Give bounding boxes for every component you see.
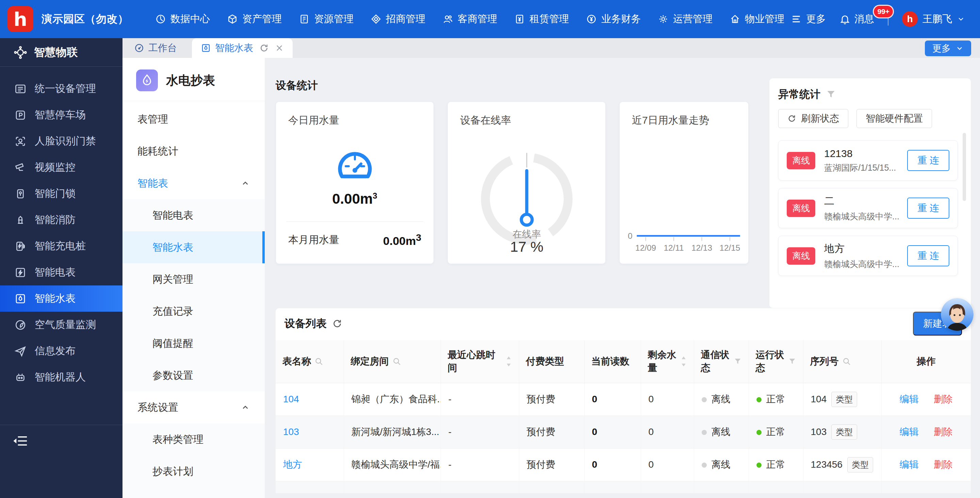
edit-link[interactable]: 编辑 — [900, 426, 919, 437]
menu-group-smart-meter[interactable]: 智能表 — [123, 167, 265, 199]
col-remaining-water[interactable]: 剩余水量 — [641, 340, 694, 383]
meter-name-link[interactable]: 地方 — [283, 459, 302, 470]
park-name: 演示园区（勿改） — [41, 12, 129, 26]
sidebar-item-air-quality[interactable]: 空气质量监测 — [0, 312, 123, 338]
filter-funnel-icon[interactable] — [826, 89, 836, 99]
menu-item-reading-plan[interactable]: 抄表计划 — [123, 455, 265, 487]
nav-item-lease-management[interactable]: 租赁管理 — [514, 12, 569, 26]
col-comm-status[interactable]: 通信状态 — [694, 340, 749, 383]
card-7day-usage-trend: 近7日用水量走势 0 12/09 12/11 12/13 — [619, 102, 749, 264]
col-run-status[interactable]: 运行状态 — [749, 340, 803, 383]
nav-item-resource-management[interactable]: 资源管理 — [299, 12, 353, 26]
edit-link[interactable]: 编辑 — [900, 459, 919, 470]
delete-link[interactable]: 删除 — [934, 426, 953, 437]
table-header-row: 表名称 绑定房间 最近心跳时间 付费类型 当前读数 剩余水量 通信状态 运行状态… — [275, 340, 971, 383]
nav-item-data-center[interactable]: 数据中心 — [155, 12, 210, 26]
refresh-list-icon[interactable] — [332, 319, 342, 329]
type-tag[interactable]: 类型 — [831, 425, 857, 440]
sidebar-item-video-monitor[interactable]: 视频监控 — [0, 154, 123, 180]
menu-item-meter-management[interactable]: 表管理 — [123, 103, 265, 135]
meter-name-link[interactable]: 103 — [283, 426, 299, 437]
edit-link[interactable]: 编辑 — [900, 394, 919, 404]
sidebar-item-label: 智能消防 — [35, 213, 76, 227]
delete-link[interactable]: 删除 — [934, 459, 953, 470]
sidebar-item-charging-pile[interactable]: 智能充电桩 — [0, 233, 123, 259]
smart-hardware-config-button[interactable]: 智能硬件配置 — [856, 109, 932, 128]
sidebar-item-smart-water-meter[interactable]: 智能水表 — [0, 286, 123, 312]
menu-item-meter-type-management[interactable]: 表种类管理 — [123, 423, 265, 455]
menu-item-smart-water-meter[interactable]: 智能水表 — [123, 231, 265, 263]
menu-item-recharge-records[interactable]: 充值记录 — [123, 295, 265, 327]
more-menu[interactable]: 更多 — [791, 12, 826, 26]
menu-group-system-settings[interactable]: 系统设置 — [123, 391, 265, 423]
nav-item-asset-management[interactable]: 资产管理 — [227, 12, 282, 26]
device-list-title: 设备列表 — [285, 316, 327, 331]
table-row: 地方 赣榆城头高级中学/福... - 预付费 0 0 离线 正常 123456类… — [275, 448, 971, 481]
delete-link[interactable]: 删除 — [934, 394, 953, 404]
sidebar-item-label: 智慧停车场 — [35, 108, 86, 122]
col-last-heartbeat[interactable]: 最近心跳时间 — [441, 340, 519, 383]
refresh-status-label: 刷新状态 — [801, 112, 839, 125]
online-rate-gauge: 在线率 17 % — [453, 132, 600, 259]
menu-item-energy-stats[interactable]: 能耗统计 — [123, 135, 265, 167]
sidebar-title: 智慧物联 — [34, 45, 78, 60]
search-icon[interactable] — [842, 357, 851, 366]
sidebar-item-info-publish[interactable]: 信息发布 — [0, 338, 123, 364]
meter-name-link[interactable]: 104 — [283, 394, 299, 404]
more-label: 更多 — [806, 12, 826, 26]
menu-item-threshold-alert[interactable]: 阈值提醒 — [123, 327, 265, 359]
user-menu[interactable]: h 王鹏飞 — [902, 11, 965, 27]
offline-status-badge: 离线 — [787, 152, 815, 169]
pay-type: 预付费 — [527, 426, 555, 437]
nav-item-customer-management[interactable]: 客商管理 — [442, 12, 497, 26]
tab-smart-water-meter[interactable]: 智能水表 — [192, 38, 293, 58]
filter-funnel-icon[interactable] — [788, 358, 796, 366]
reconnect-button[interactable]: 重 连 — [907, 198, 950, 219]
assistant-avatar-image — [941, 298, 974, 331]
bound-room: 赣榆城头高级中学/福... — [352, 459, 441, 470]
sidebar-item-parking[interactable]: 智慧停车场 — [0, 102, 123, 128]
menu-item-parameter-settings[interactable]: 参数设置 — [123, 359, 265, 391]
refresh-tab-icon[interactable] — [259, 43, 269, 53]
type-tag[interactable]: 类型 — [831, 392, 857, 407]
iot-sidebar: 智慧物联 统一设备管理 智慧停车场 人脸识别门禁 视频监控 智能门锁 智能消防 — [0, 38, 123, 498]
nav-item-finance[interactable]: 业务财务 — [586, 12, 641, 26]
sidebar-item-smart-electric-meter[interactable]: 智能电表 — [0, 259, 123, 286]
assistant-avatar[interactable] — [941, 298, 974, 331]
sidebar-item-face-access[interactable]: 人脸识别门禁 — [0, 128, 123, 154]
col-label: 序列号 — [810, 355, 839, 368]
col-serial-number[interactable]: 序列号 — [803, 340, 881, 383]
col-bound-room[interactable]: 绑定房间 — [344, 340, 441, 383]
data-center-icon — [155, 14, 166, 24]
gear-icon — [658, 14, 669, 24]
more-dropdown-button[interactable]: 更多 — [925, 40, 971, 56]
nav-label: 数据中心 — [170, 12, 210, 26]
reconnect-button[interactable]: 重 连 — [907, 245, 950, 267]
search-icon[interactable] — [314, 357, 323, 366]
sort-carets-icon[interactable] — [505, 355, 512, 367]
menu-item-gateway-management[interactable]: 网关管理 — [123, 263, 265, 295]
sidebar-item-smart-lock[interactable]: 智能门锁 — [0, 180, 123, 207]
collapse-sidebar-icon[interactable] — [13, 435, 28, 448]
tab-workbench[interactable]: 工作台 — [123, 38, 189, 58]
sidebar-item-fire-protection[interactable]: 智能消防 — [0, 207, 123, 233]
search-icon[interactable] — [392, 357, 401, 366]
menu-item-smart-electric-meter[interactable]: 智能电表 — [123, 199, 265, 231]
panel-scrollbar[interactable] — [963, 133, 966, 201]
reconnect-button[interactable]: 重 连 — [907, 150, 950, 171]
nav-item-property-management[interactable]: 物业管理 — [730, 12, 784, 26]
sort-carets-icon[interactable] — [680, 355, 687, 367]
nav-item-operation-management[interactable]: 运营管理 — [658, 12, 713, 26]
refresh-status-button[interactable]: 刷新状态 — [778, 109, 848, 128]
nav-item-investment-management[interactable]: 招商管理 — [371, 12, 425, 26]
sidebar-item-unified-device[interactable]: 统一设备管理 — [0, 76, 123, 102]
type-tag[interactable]: 类型 — [847, 457, 873, 472]
col-meter-name[interactable]: 表名称 — [275, 340, 344, 383]
menu-item-price-standard[interactable]: 价格标准 — [123, 487, 265, 498]
messages-button[interactable]: 消息 99+ — [840, 12, 874, 26]
col-label: 操作 — [917, 355, 936, 368]
sidebar-item-robot[interactable]: 智能机器人 — [0, 364, 123, 390]
brand-logo[interactable]: h — [8, 6, 33, 32]
close-tab-icon[interactable] — [275, 44, 284, 53]
filter-funnel-icon[interactable] — [733, 358, 742, 366]
